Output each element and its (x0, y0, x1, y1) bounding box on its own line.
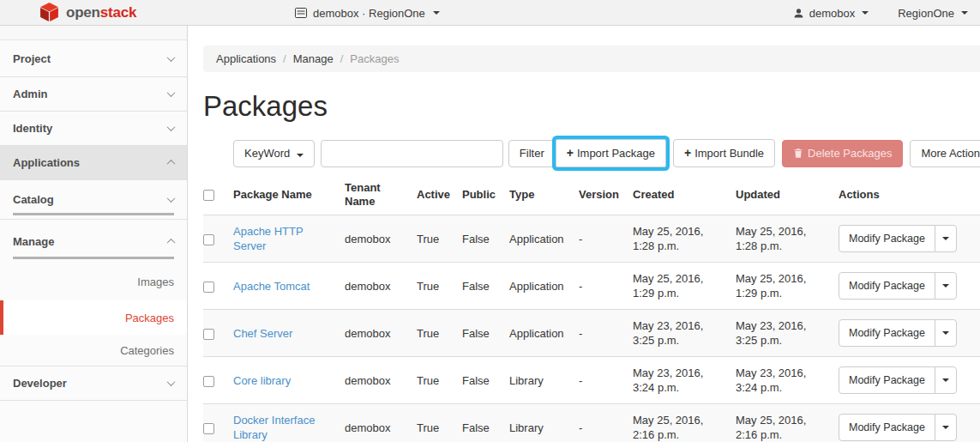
sidebar-top-strip (0, 26, 187, 40)
breadcrumb-separator: / (340, 52, 344, 65)
import-bundle-button[interactable]: +Import Bundle (673, 139, 775, 167)
filter-button[interactable]: Filter (508, 140, 556, 167)
package-name-link[interactable]: Chef Server (233, 327, 292, 340)
context-switcher-dropdown[interactable]: demobox · RegionOne (295, 0, 440, 26)
breadcrumb-separator: / (283, 52, 286, 65)
type-cell: Application (509, 310, 579, 357)
user-icon (793, 8, 804, 19)
sidebar-item-developer[interactable]: Developer (0, 366, 187, 401)
sidebar-item-manage[interactable]: Manage (0, 220, 187, 263)
sidebar-item-label: Applications (13, 156, 80, 169)
context-list-icon (295, 8, 307, 18)
package-name-link[interactable]: Apache HTTP Server (233, 225, 303, 252)
package-name-link[interactable]: Docker Interface Library (233, 414, 315, 441)
sidebar-item-packages[interactable]: Packages (0, 300, 187, 335)
column-header-created: Created (633, 175, 736, 215)
row-checkbox[interactable] (203, 423, 214, 434)
sidebar-item-images[interactable]: Images (0, 263, 187, 300)
breadcrumb: Applications / Manage / Packages (203, 45, 980, 72)
caret-down-icon (961, 11, 968, 15)
user-menu-dropdown[interactable]: demobox (793, 7, 869, 20)
brand-open: open (66, 4, 100, 21)
row-actions-dropdown[interactable] (935, 319, 957, 347)
tenant-name-cell: demobox (345, 404, 417, 442)
row-actions-dropdown[interactable] (935, 272, 957, 300)
select-all-checkbox[interactable] (203, 190, 214, 201)
page-title: Packages (203, 90, 980, 123)
active-cell: True (417, 310, 462, 357)
import-package-label: Import Package (577, 147, 655, 160)
sidebar-item-label: Manage (13, 235, 54, 248)
modify-package-button[interactable]: Modify Package (839, 225, 935, 252)
openstack-logo[interactable]: openstack (39, 3, 136, 22)
active-cell: True (417, 404, 462, 442)
created-cell: May 23, 2016, 3:25 p.m. (633, 310, 736, 357)
table-row: Apache HTTP Server demobox True False Ap… (203, 215, 980, 263)
version-cell: - (579, 310, 633, 357)
caret-down-icon (942, 331, 949, 335)
created-cell: May 25, 2016, 1:28 p.m. (633, 215, 736, 263)
modify-package-button[interactable]: Modify Package (839, 414, 935, 441)
plus-icon: + (684, 146, 691, 160)
version-cell: - (579, 263, 633, 310)
breadcrumb-manage[interactable]: Manage (293, 52, 334, 65)
import-package-button[interactable]: +Import Package (556, 139, 666, 167)
breadcrumb-applications[interactable]: Applications (216, 52, 276, 65)
sidebar-item-admin[interactable]: Admin (0, 77, 187, 112)
version-cell: - (579, 215, 633, 263)
tenant-name-cell: demobox (345, 357, 417, 404)
import-bundle-label: Import Bundle (694, 147, 764, 160)
sidebar-item-categories[interactable]: Categories (0, 335, 187, 366)
sidebar-item-project[interactable]: Project (0, 40, 187, 77)
chevron-down-icon (167, 53, 176, 62)
tenant-name-cell: demobox (345, 215, 417, 263)
sidebar-item-applications[interactable]: Applications (0, 146, 187, 180)
row-checkbox[interactable] (203, 282, 214, 293)
table-row: Chef Server demobox True False Applicati… (203, 310, 980, 357)
package-name-link[interactable]: Core library (233, 374, 291, 387)
column-header-actions: Actions (839, 175, 980, 215)
packages-table: Package Name Tenant Name Active Public T… (203, 175, 980, 442)
keyword-filter-label: KeyWord (244, 147, 290, 160)
column-header-public: Public (462, 175, 509, 215)
updated-cell: May 25, 2016, 2:16 p.m. (736, 404, 839, 442)
plus-icon: + (567, 146, 574, 160)
caret-down-icon (433, 11, 440, 15)
sidebar-item-identity[interactable]: Identity (0, 112, 187, 146)
main-content: Applications / Manage / Packages Package… (188, 26, 980, 442)
sidebar-item-label: Catalog (13, 193, 54, 206)
type-cell: Library (509, 404, 579, 442)
modify-package-button[interactable]: Modify Package (839, 272, 935, 300)
public-cell: False (462, 215, 509, 263)
modify-package-button[interactable]: Modify Package (839, 319, 935, 347)
public-cell: False (462, 263, 509, 310)
created-cell: May 23, 2016, 3:24 p.m. (633, 357, 736, 404)
modify-package-button[interactable]: Modify Package (839, 366, 935, 394)
keyword-filter-dropdown[interactable]: KeyWord (233, 140, 315, 167)
tenant-name-cell: demobox (345, 263, 417, 310)
sidebar-item-catalog[interactable]: Catalog (0, 180, 187, 220)
more-actions-dropdown[interactable]: More Actions (910, 140, 980, 167)
filter-input[interactable] (321, 140, 503, 167)
row-actions-dropdown[interactable] (935, 225, 957, 252)
table-header-row: Package Name Tenant Name Active Public T… (203, 175, 980, 215)
column-header-active: Active (417, 175, 462, 215)
row-checkbox[interactable] (203, 376, 214, 387)
active-cell: True (417, 357, 462, 404)
sidebar-item-label: Categories (120, 344, 174, 357)
caret-down-icon (942, 378, 949, 382)
sidebar-item-label: Admin (13, 88, 47, 100)
row-checkbox[interactable] (203, 234, 214, 245)
package-name-link[interactable]: Apache Tomcat (233, 280, 310, 293)
trash-icon (793, 148, 803, 159)
region-menu-dropdown[interactable]: RegionOne (898, 7, 968, 20)
row-checkbox[interactable] (203, 329, 214, 340)
delete-packages-button[interactable]: Delete Packages (782, 140, 903, 167)
sidebar-item-label: Project (13, 52, 51, 65)
table-toolbar: KeyWord Filter +Import Package +Import B… (203, 139, 980, 167)
public-cell: False (462, 404, 509, 442)
row-actions-dropdown[interactable] (935, 366, 957, 394)
version-cell: - (579, 404, 633, 442)
row-actions-dropdown[interactable] (935, 414, 957, 441)
caret-down-icon (942, 284, 949, 288)
